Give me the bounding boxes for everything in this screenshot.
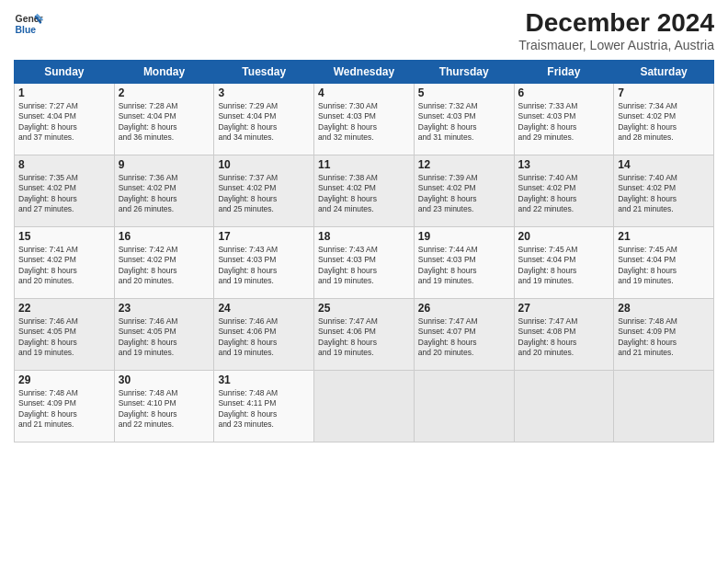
day-info: Sunrise: 7:46 AMSunset: 4:05 PMDaylight:…	[119, 316, 210, 359]
weekday-header: Wednesday	[314, 60, 415, 83]
day-number: 9	[119, 158, 210, 171]
calendar-cell: 24Sunrise: 7:46 AMSunset: 4:06 PMDayligh…	[214, 298, 314, 370]
page-title: December 2024	[518, 9, 714, 38]
day-number: 24	[218, 302, 310, 315]
day-info: Sunrise: 7:47 AMSunset: 4:07 PMDaylight:…	[418, 316, 510, 359]
calendar-cell	[414, 370, 514, 442]
day-info: Sunrise: 7:48 AMSunset: 4:09 PMDaylight:…	[18, 388, 110, 431]
calendar-week-row: 22Sunrise: 7:46 AMSunset: 4:05 PMDayligh…	[15, 298, 714, 370]
svg-text:Blue: Blue	[16, 25, 37, 35]
logo-icon: General Blue	[14, 9, 43, 39]
day-info: Sunrise: 7:47 AMSunset: 4:06 PMDaylight:…	[318, 316, 410, 359]
weekday-header: Friday	[514, 60, 614, 83]
calendar-cell: 11Sunrise: 7:38 AMSunset: 4:02 PMDayligh…	[314, 155, 415, 226]
calendar-cell: 1Sunrise: 7:27 AMSunset: 4:04 PMDaylight…	[15, 83, 115, 155]
day-info: Sunrise: 7:27 AMSunset: 4:04 PMDaylight:…	[18, 101, 110, 144]
weekday-header: Monday	[114, 60, 214, 83]
day-info: Sunrise: 7:41 AMSunset: 4:02 PMDaylight:…	[18, 245, 110, 287]
title-block: December 2024 Traismauer, Lower Austria,…	[518, 9, 714, 52]
weekday-header: Thursday	[414, 60, 514, 83]
calendar-cell: 22Sunrise: 7:46 AMSunset: 4:05 PMDayligh…	[15, 298, 115, 370]
day-number: 20	[518, 230, 610, 243]
calendar-cell: 18Sunrise: 7:43 AMSunset: 4:03 PMDayligh…	[314, 226, 415, 298]
calendar-cell: 14Sunrise: 7:40 AMSunset: 4:02 PMDayligh…	[614, 155, 714, 226]
day-number: 4	[318, 86, 410, 99]
header: General Blue December 2024 Traismauer, L…	[14, 9, 714, 52]
day-number: 11	[318, 158, 410, 171]
day-number: 19	[418, 230, 510, 243]
calendar-cell: 20Sunrise: 7:45 AMSunset: 4:04 PMDayligh…	[514, 226, 614, 298]
page: General Blue December 2024 Traismauer, L…	[0, 0, 728, 563]
day-info: Sunrise: 7:46 AMSunset: 4:06 PMDaylight:…	[218, 316, 310, 359]
day-info: Sunrise: 7:35 AMSunset: 4:02 PMDaylight:…	[18, 173, 110, 215]
day-number: 1	[18, 86, 110, 99]
day-info: Sunrise: 7:48 AMSunset: 4:11 PMDaylight:…	[218, 388, 310, 431]
logo: General Blue	[14, 9, 43, 39]
day-number: 7	[618, 86, 710, 99]
day-number: 29	[18, 373, 110, 386]
calendar-cell: 6Sunrise: 7:33 AMSunset: 4:03 PMDaylight…	[514, 83, 614, 155]
day-number: 14	[618, 158, 710, 171]
day-number: 22	[18, 302, 110, 315]
day-number: 27	[518, 302, 610, 315]
day-number: 16	[119, 230, 210, 243]
calendar-cell	[614, 370, 714, 442]
calendar-cell: 4Sunrise: 7:30 AMSunset: 4:03 PMDaylight…	[314, 83, 415, 155]
day-number: 26	[418, 302, 510, 315]
day-number: 10	[218, 158, 310, 171]
day-number: 5	[418, 86, 510, 99]
day-number: 21	[618, 230, 710, 243]
calendar-cell: 25Sunrise: 7:47 AMSunset: 4:06 PMDayligh…	[314, 298, 415, 370]
calendar-cell	[514, 370, 614, 442]
day-info: Sunrise: 7:36 AMSunset: 4:02 PMDaylight:…	[119, 173, 210, 215]
calendar-cell: 30Sunrise: 7:48 AMSunset: 4:10 PMDayligh…	[114, 370, 214, 442]
calendar-cell: 17Sunrise: 7:43 AMSunset: 4:03 PMDayligh…	[214, 226, 314, 298]
day-info: Sunrise: 7:28 AMSunset: 4:04 PMDaylight:…	[119, 101, 210, 144]
day-info: Sunrise: 7:38 AMSunset: 4:02 PMDaylight:…	[318, 173, 410, 215]
day-info: Sunrise: 7:43 AMSunset: 4:03 PMDaylight:…	[218, 245, 310, 287]
calendar-cell: 5Sunrise: 7:32 AMSunset: 4:03 PMDaylight…	[414, 83, 514, 155]
calendar-cell: 7Sunrise: 7:34 AMSunset: 4:02 PMDaylight…	[614, 83, 714, 155]
calendar-cell: 21Sunrise: 7:45 AMSunset: 4:04 PMDayligh…	[614, 226, 714, 298]
calendar-cell: 19Sunrise: 7:44 AMSunset: 4:03 PMDayligh…	[414, 226, 514, 298]
day-info: Sunrise: 7:47 AMSunset: 4:08 PMDaylight:…	[518, 316, 610, 359]
weekday-header: Saturday	[614, 60, 714, 83]
calendar-cell: 2Sunrise: 7:28 AMSunset: 4:04 PMDaylight…	[114, 83, 214, 155]
day-info: Sunrise: 7:30 AMSunset: 4:03 PMDaylight:…	[318, 101, 410, 144]
day-info: Sunrise: 7:48 AMSunset: 4:09 PMDaylight:…	[618, 316, 710, 359]
day-info: Sunrise: 7:40 AMSunset: 4:02 PMDaylight:…	[618, 173, 710, 215]
day-info: Sunrise: 7:45 AMSunset: 4:04 PMDaylight:…	[618, 245, 710, 287]
day-number: 28	[618, 302, 710, 315]
calendar-week-row: 29Sunrise: 7:48 AMSunset: 4:09 PMDayligh…	[15, 370, 714, 442]
page-subtitle: Traismauer, Lower Austria, Austria	[518, 38, 714, 52]
calendar-cell: 23Sunrise: 7:46 AMSunset: 4:05 PMDayligh…	[114, 298, 214, 370]
day-number: 8	[18, 158, 110, 171]
day-info: Sunrise: 7:37 AMSunset: 4:02 PMDaylight:…	[218, 173, 310, 215]
weekday-header: Tuesday	[214, 60, 314, 83]
day-number: 31	[218, 373, 310, 386]
day-info: Sunrise: 7:29 AMSunset: 4:04 PMDaylight:…	[218, 101, 310, 144]
day-number: 18	[318, 230, 410, 243]
calendar-cell: 29Sunrise: 7:48 AMSunset: 4:09 PMDayligh…	[15, 370, 115, 442]
day-info: Sunrise: 7:46 AMSunset: 4:05 PMDaylight:…	[18, 316, 110, 359]
calendar-week-row: 8Sunrise: 7:35 AMSunset: 4:02 PMDaylight…	[15, 155, 714, 226]
day-info: Sunrise: 7:43 AMSunset: 4:03 PMDaylight:…	[318, 245, 410, 287]
day-info: Sunrise: 7:40 AMSunset: 4:02 PMDaylight:…	[518, 173, 610, 215]
day-number: 13	[518, 158, 610, 171]
day-number: 15	[18, 230, 110, 243]
calendar-cell: 31Sunrise: 7:48 AMSunset: 4:11 PMDayligh…	[214, 370, 314, 442]
day-number: 2	[119, 86, 210, 99]
calendar-cell: 26Sunrise: 7:47 AMSunset: 4:07 PMDayligh…	[414, 298, 514, 370]
day-number: 30	[119, 373, 210, 386]
day-info: Sunrise: 7:39 AMSunset: 4:02 PMDaylight:…	[418, 173, 510, 215]
day-info: Sunrise: 7:32 AMSunset: 4:03 PMDaylight:…	[418, 101, 510, 144]
calendar-cell: 8Sunrise: 7:35 AMSunset: 4:02 PMDaylight…	[15, 155, 115, 226]
day-info: Sunrise: 7:33 AMSunset: 4:03 PMDaylight:…	[518, 101, 610, 144]
calendar-cell: 12Sunrise: 7:39 AMSunset: 4:02 PMDayligh…	[414, 155, 514, 226]
day-info: Sunrise: 7:48 AMSunset: 4:10 PMDaylight:…	[119, 388, 210, 431]
day-info: Sunrise: 7:45 AMSunset: 4:04 PMDaylight:…	[518, 245, 610, 287]
day-number: 12	[418, 158, 510, 171]
day-number: 23	[119, 302, 210, 315]
day-number: 25	[318, 302, 410, 315]
calendar-week-row: 15Sunrise: 7:41 AMSunset: 4:02 PMDayligh…	[15, 226, 714, 298]
